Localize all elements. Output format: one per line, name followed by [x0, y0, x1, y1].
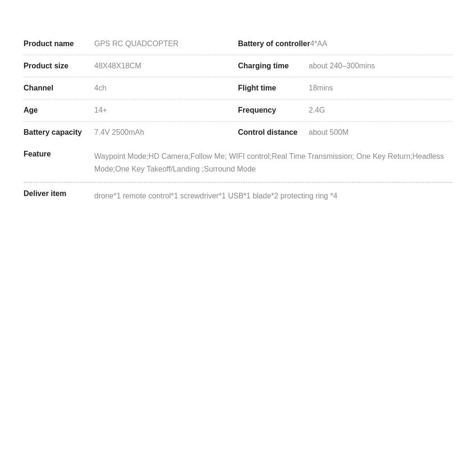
right-section-3: Frequency 2.4G — [238, 106, 452, 115]
specs-row-2: Channel 4ch Flight time 18mins — [24, 77, 452, 99]
left-section-0: Product name GPS RC QUADCOPTER — [24, 40, 238, 48]
deliver-label: Deliver item — [24, 189, 94, 198]
right-section-2: Flight time 18mins — [238, 84, 452, 92]
specs-container: Product name GPS RC QUADCOPTER Battery o… — [24, 33, 452, 143]
left-label-3: Age — [24, 106, 94, 115]
feature-label: Feature — [24, 150, 94, 158]
specs-row-4: Battery capacity 7.4V 2500mAh Control di… — [24, 122, 452, 143]
right-value-2: 18mins — [309, 84, 452, 92]
feature-value: Waypoint Mode;HD Camera;Follow Me; WIFI … — [94, 150, 452, 175]
right-value-4: about 500M — [309, 128, 452, 137]
left-section-3: Age 14+ — [24, 106, 238, 115]
right-section-0: Battery of controller 4*AA — [238, 40, 452, 48]
left-value-4: 7.4V 2500mAh — [94, 128, 238, 137]
deliver-value: drone*1 remote control*1 screwdriver*1 U… — [94, 189, 337, 202]
right-label-0: Battery of controller — [238, 40, 310, 48]
right-label-3: Frequency — [238, 106, 309, 115]
left-label-2: Channel — [24, 84, 94, 92]
left-section-1: Product size 48X48X18CM — [24, 62, 238, 70]
right-label-4: Control distance — [238, 128, 309, 137]
right-label-1: Charging time — [238, 62, 309, 70]
left-value-2: 4ch — [94, 84, 238, 92]
specs-row-0: Product name GPS RC QUADCOPTER Battery o… — [24, 33, 452, 55]
right-section-1: Charging time about 240–300mins — [238, 62, 452, 70]
left-label-4: Battery capacity — [24, 128, 94, 137]
right-value-1: about 240–300mins — [309, 62, 452, 70]
specs-row-1: Product size 48X48X18CM Charging time ab… — [24, 55, 452, 77]
deliver-row: Deliver item drone*1 remote control*1 sc… — [24, 183, 452, 209]
left-label-0: Product name — [24, 40, 94, 48]
left-value-0: GPS RC QUADCOPTER — [94, 40, 238, 48]
left-label-1: Product size — [24, 62, 94, 70]
left-section-4: Battery capacity 7.4V 2500mAh — [24, 128, 238, 137]
specs-row-3: Age 14+ Frequency 2.4G — [24, 99, 452, 122]
right-value-3: 2.4G — [309, 106, 452, 115]
right-section-4: Control distance about 500M — [238, 128, 452, 137]
right-label-2: Flight time — [238, 84, 309, 92]
feature-row: Feature Waypoint Mode;HD Camera;Follow M… — [24, 143, 452, 182]
left-value-3: 14+ — [94, 106, 238, 115]
right-value-0: 4*AA — [310, 40, 452, 48]
left-section-2: Channel 4ch — [24, 84, 238, 92]
left-value-1: 48X48X18CM — [94, 62, 238, 70]
page: Product name GPS RC QUADCOPTER Battery o… — [0, 0, 476, 476]
